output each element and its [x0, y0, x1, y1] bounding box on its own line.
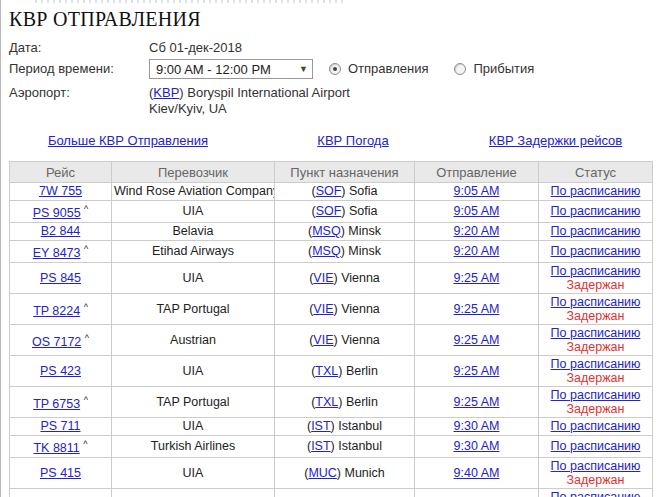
- flight-link[interactable]: PS 711: [40, 419, 80, 433]
- status-cell: По расписаниюЗадержан: [539, 294, 653, 325]
- dest-city: Istanbul: [338, 439, 382, 453]
- dest-city: Minsk: [348, 224, 381, 238]
- flight-link[interactable]: PS 845: [40, 271, 81, 285]
- dest-city: Istanbul: [338, 419, 382, 433]
- dest-code-link[interactable]: VIE: [313, 271, 333, 285]
- flight-link[interactable]: B2 844: [41, 224, 81, 238]
- dest-city: Minsk: [348, 244, 381, 258]
- departure-time-cell: 9:40 AM: [415, 489, 539, 497]
- carrier-cell: Etihad Airways: [112, 241, 275, 263]
- status-cell: По расписанию: [539, 223, 653, 241]
- carrier-cell: TAP Portugal: [112, 489, 275, 497]
- flight-cell: EY 8473 ^: [10, 241, 112, 263]
- departure-time-link[interactable]: 9:20 AM: [454, 224, 500, 238]
- cropped-content-artifact: [35, 0, 347, 3]
- dest-code-link[interactable]: VIE: [313, 333, 333, 347]
- status-link[interactable]: По расписанию: [551, 439, 641, 453]
- status-cell: По расписанию: [539, 436, 653, 458]
- departure-time-link[interactable]: 9:20 AM: [454, 244, 500, 258]
- paren: ): [179, 85, 183, 100]
- flight-cell: PS 711: [10, 418, 112, 436]
- table-row: PS 423UIA(TXL) Berlin9:25 AMПо расписани…: [10, 356, 653, 387]
- status-cell: По расписаниюЗадержан: [539, 325, 653, 356]
- table-row: TK 8811 ^Turkish Airlines(IST) Istanbul9…: [10, 436, 653, 458]
- radio-arrivals[interactable]: Прибытия: [454, 61, 534, 76]
- status-link[interactable]: По расписанию: [551, 295, 641, 309]
- departure-time-link[interactable]: 9:30 AM: [454, 439, 500, 453]
- dest-city: Vienna: [341, 333, 380, 347]
- table-row: TP 8242 ^TAP Portugal(MUC) Munich9:40 AM…: [10, 489, 653, 497]
- flight-link[interactable]: PS 423: [40, 364, 81, 378]
- dest-city: Vienna: [341, 271, 380, 285]
- dest-code-link[interactable]: VIE: [313, 302, 333, 316]
- departure-time-link[interactable]: 9:25 AM: [454, 333, 500, 347]
- departure-time-link[interactable]: 9:05 AM: [454, 184, 500, 198]
- departure-time-link[interactable]: 9:05 AM: [454, 204, 500, 218]
- status-link[interactable]: По расписанию: [551, 224, 641, 238]
- dest-code-link[interactable]: TXL: [315, 395, 338, 409]
- status-link[interactable]: По расписанию: [551, 490, 641, 497]
- departure-time-cell: 9:20 AM: [415, 223, 539, 241]
- column-header: Рейс: [10, 162, 112, 183]
- link-delays[interactable]: КВР Задержки рейсов: [489, 133, 622, 148]
- departure-time-cell: 9:25 AM: [415, 387, 539, 418]
- flights-table-body: 7W 755Wind Rose Aviation Company(SOF) So…: [10, 183, 653, 497]
- column-header: Пункт назначения: [275, 162, 415, 183]
- departure-time-link[interactable]: 9:30 AM: [454, 419, 500, 433]
- status-link[interactable]: По расписанию: [551, 326, 641, 340]
- departure-time-link[interactable]: 9:40 AM: [454, 466, 500, 480]
- time-period-select[interactable]: 9:00 AM - 12:00 PM ▼: [149, 59, 313, 79]
- flight-link[interactable]: TP 6753: [33, 397, 80, 411]
- dest-code-link[interactable]: TXL: [315, 364, 338, 378]
- flight-link[interactable]: TP 8224: [33, 304, 80, 318]
- status-link[interactable]: По расписанию: [551, 244, 641, 258]
- dest-code-link[interactable]: MSQ: [312, 224, 340, 238]
- radio-departures-label: Отправления: [348, 61, 428, 76]
- status-link[interactable]: По расписанию: [551, 459, 641, 473]
- flight-link[interactable]: PS 415: [40, 466, 81, 480]
- departure-time-cell: 9:40 AM: [415, 458, 539, 489]
- flight-link[interactable]: EY 8473: [33, 246, 81, 260]
- destination-cell: (VIE) Vienna: [275, 325, 415, 356]
- departure-time-link[interactable]: 9:25 AM: [454, 302, 500, 316]
- airport-code-link[interactable]: KBP: [153, 85, 179, 100]
- link-more-departures[interactable]: Больше КВР Отправления: [48, 133, 208, 148]
- dest-code-link[interactable]: SOF: [316, 184, 342, 198]
- carrier-cell: UIA: [112, 201, 275, 223]
- flight-link[interactable]: 7W 755: [39, 184, 82, 198]
- airport-label: Аэропорт:: [9, 83, 149, 100]
- flight-link[interactable]: TK 8811: [33, 441, 79, 455]
- status-link[interactable]: По расписанию: [551, 264, 641, 278]
- departure-time-cell: 9:30 AM: [415, 436, 539, 458]
- departure-time-link[interactable]: 9:25 AM: [454, 395, 500, 409]
- dest-code-link[interactable]: MUC: [308, 466, 336, 480]
- departure-time-link[interactable]: 9:25 AM: [454, 271, 500, 285]
- status-cell: По расписанию: [539, 183, 653, 201]
- status-link[interactable]: По расписанию: [551, 419, 641, 433]
- status-cell: По расписанию: [539, 418, 653, 436]
- carrier-cell: Wind Rose Aviation Company: [112, 183, 275, 201]
- destination-cell: (MSQ) Minsk: [275, 241, 415, 263]
- dest-code-link[interactable]: IST: [311, 419, 330, 433]
- status-link[interactable]: По расписанию: [551, 388, 641, 402]
- flight-cell: TP 8224 ^: [10, 294, 112, 325]
- status-cell: По расписаниюЗадержан: [539, 489, 653, 497]
- dest-code-link[interactable]: IST: [311, 439, 330, 453]
- dest-city: Munich: [344, 466, 384, 480]
- destination-cell: (VIE) Vienna: [275, 294, 415, 325]
- status-link[interactable]: По расписанию: [551, 204, 641, 218]
- dest-code-link[interactable]: SOF: [316, 204, 342, 218]
- airport-city: Kiev/Kyiv, UA: [149, 101, 350, 117]
- status-link[interactable]: По расписанию: [551, 184, 641, 198]
- flight-link[interactable]: OS 7172: [32, 335, 81, 349]
- flight-link[interactable]: PS 9055: [33, 206, 81, 220]
- link-weather[interactable]: КВР Погода: [317, 133, 388, 148]
- table-row: PS 415UIA(MUC) Munich9:40 AMПо расписани…: [10, 458, 653, 489]
- status-cell: По расписанию: [539, 201, 653, 223]
- radio-departures[interactable]: Отправления: [329, 61, 428, 76]
- destination-cell: (MUC) Munich: [275, 489, 415, 497]
- status-link[interactable]: По расписанию: [551, 357, 641, 371]
- destination-cell: (MUC) Munich: [275, 458, 415, 489]
- departure-time-link[interactable]: 9:25 AM: [454, 364, 500, 378]
- dest-code-link[interactable]: MSQ: [312, 244, 340, 258]
